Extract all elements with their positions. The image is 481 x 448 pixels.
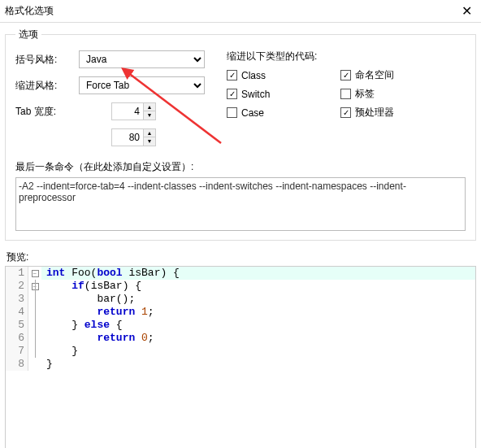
code-line: }	[41, 358, 53, 371]
options-group: 选项 括号风格: Java 缩进风格: Force Tab Tab 宽度:	[5, 28, 476, 241]
preview-label: 预览:	[6, 250, 474, 264]
tab-width-label: Tab 宽度:	[15, 105, 79, 119]
checkbox-preprocessor[interactable]: 预处理器	[340, 106, 454, 120]
wrap-input[interactable]	[111, 128, 144, 146]
code-line: bar();	[41, 293, 135, 306]
checkbox-label[interactable]: 标签	[340, 87, 454, 101]
options-legend: 选项	[15, 28, 41, 41]
spin-up-icon[interactable]: ▲	[144, 103, 155, 111]
close-icon[interactable]: ✕	[458, 3, 474, 19]
indent-style-combo[interactable]: Force Tab	[79, 76, 205, 94]
code-line: if(isBar) {	[41, 280, 141, 293]
bracket-style-combo[interactable]: Java	[79, 50, 205, 68]
checkbox-namespace[interactable]: 命名空间	[340, 68, 454, 82]
code-line: } else {	[41, 319, 123, 332]
tab-width-spinner[interactable]: ▲▼	[111, 102, 156, 120]
left-column: 括号风格: Java 缩进风格: Force Tab Tab 宽度: ▲▼	[15, 50, 219, 154]
code-line: return 1;	[41, 306, 154, 319]
indent-types-label: 缩进以下类型的代码:	[227, 50, 466, 63]
right-column: 缩进以下类型的代码: Class 命名空间 Switch 标签 Case 预处理…	[219, 50, 466, 154]
checkbox-case[interactable]: Case	[227, 106, 340, 120]
bracket-style-label: 括号风格:	[15, 53, 79, 67]
command-textarea[interactable]: -A2 --indent=force-tab=4 --indent-classe…	[15, 177, 466, 231]
preview-box: 1−int Foo(bool isBar) { 2− if(isBar) { 3…	[5, 266, 476, 448]
checkbox-class[interactable]: Class	[227, 68, 340, 82]
indent-style-label: 缩进风格:	[15, 79, 79, 93]
code-editor[interactable]: 1−int Foo(bool isBar) { 2− if(isBar) { 3…	[6, 267, 475, 371]
tab-width-input[interactable]	[111, 102, 144, 120]
code-line: return 0;	[41, 332, 154, 345]
code-line: int Foo(bool isBar) {	[41, 267, 180, 280]
checkbox-switch[interactable]: Switch	[227, 87, 340, 101]
last-command-label: 最后一条命令（在此处添加自定义设置）:	[15, 160, 466, 174]
wrap-spinner[interactable]: ▲▼	[111, 128, 156, 146]
spin-down-icon[interactable]: ▼	[144, 137, 155, 146]
code-line: }	[41, 345, 78, 358]
spin-up-icon[interactable]: ▲	[144, 129, 155, 137]
spin-down-icon[interactable]: ▼	[144, 111, 155, 120]
window-title: 格式化选项	[5, 4, 54, 18]
titlebar: 格式化选项 ✕	[0, 0, 481, 23]
